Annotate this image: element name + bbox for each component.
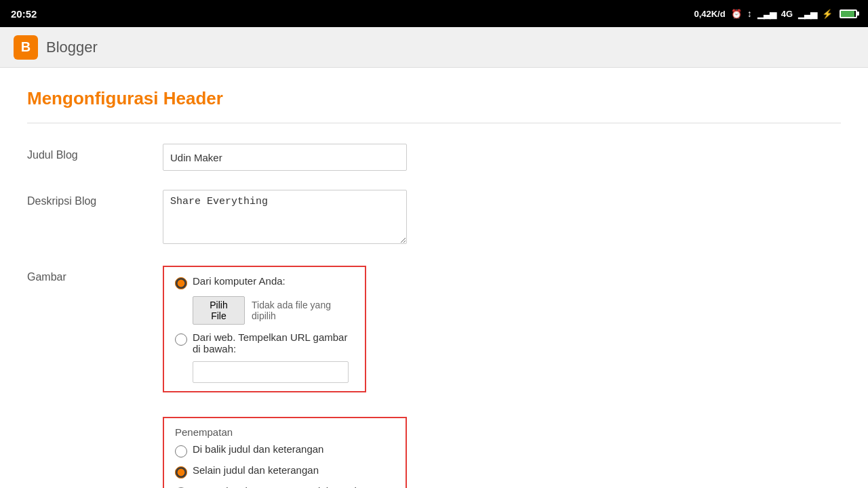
bars-icon: ▁▃▅ [757, 9, 776, 19]
network-type: 4G [781, 9, 793, 19]
dari-web-label: Dari web. Tempelkan URL gambar di bawah: [193, 331, 354, 354]
option2-row: Selain judul dan keterangan [175, 464, 395, 479]
dari-web-radio[interactable] [175, 333, 187, 346]
judul-blog-field [163, 144, 841, 171]
option2-label: Selain judul dan keterangan [193, 464, 319, 476]
judul-blog-input[interactable] [163, 144, 407, 171]
option3-label: Tempatkan keterangan setelah gambar [193, 485, 369, 488]
logo-letter: B [21, 39, 31, 55]
signal-bars-icon: ▁▃▅ [798, 9, 816, 19]
status-time: 20:52 [11, 8, 37, 20]
dari-komputer-radio[interactable] [175, 277, 187, 289]
url-input[interactable] [193, 361, 349, 383]
page-title: Mengonfigurasi Header [27, 88, 841, 109]
dari-komputer-row: Dari komputer Anda: [175, 275, 354, 289]
blogger-logo: B [14, 35, 38, 60]
option1-label: Di balik judul dan keterangan [193, 443, 323, 455]
penempatan-label: Penempatan [175, 426, 395, 438]
network-speed: 0,42K/d [694, 9, 725, 19]
deskripsi-label: Deskripsi Blog [27, 190, 163, 207]
deskripsi-row: Deskripsi Blog [27, 190, 841, 247]
status-right: 0,42K/d ⏰ ↕ ▁▃▅ 4G ▁▃▅ ⚡ [694, 8, 857, 19]
judul-blog-label: Judul Blog [27, 144, 163, 161]
penempatan-box: Penempatan Di balik judul dan keterangan… [163, 417, 407, 488]
app-name: Blogger [46, 39, 98, 56]
gambar-box: Dari komputer Anda: Pilih File Tidak ada… [163, 266, 366, 392]
pilih-file-button[interactable]: Pilih File [193, 296, 245, 325]
signal-icon: ↕ [747, 8, 752, 19]
battery-icon [840, 9, 857, 18]
alarm-icon: ⏰ [731, 9, 742, 19]
section-divider [27, 123, 841, 123]
option1-row: Di balik judul dan keterangan [175, 443, 395, 458]
no-file-text: Tidak ada file yang dipilih [252, 300, 354, 321]
status-bar: 20:52 0,42K/d ⏰ ↕ ▁▃▅ 4G ▁▃▅ ⚡ [0, 0, 868, 27]
dari-komputer-label: Dari komputer Anda: [193, 275, 285, 287]
charging-icon: ⚡ [822, 9, 833, 19]
deskripsi-input[interactable] [163, 190, 407, 244]
file-input-row: Pilih File Tidak ada file yang dipilih [193, 296, 354, 325]
dari-web-row: Dari web. Tempelkan URL gambar di bawah: [175, 331, 354, 354]
penempatan-section: Penempatan Di balik judul dan keterangan… [163, 411, 841, 488]
deskripsi-field [163, 190, 841, 247]
gambar-label: Gambar [27, 266, 163, 283]
judul-blog-row: Judul Blog [27, 144, 841, 171]
option1-radio[interactable] [175, 445, 187, 458]
app-bar: B Blogger [0, 27, 868, 68]
main-content: Mengonfigurasi Header Judul Blog Deskrip… [0, 68, 868, 488]
option3-row: Tempatkan keterangan setelah gambar [175, 485, 395, 488]
gambar-row: Gambar Dari komputer Anda: Pilih File Ti… [27, 266, 841, 392]
gambar-field: Dari komputer Anda: Pilih File Tidak ada… [163, 266, 841, 392]
option2-radio[interactable] [175, 466, 187, 479]
